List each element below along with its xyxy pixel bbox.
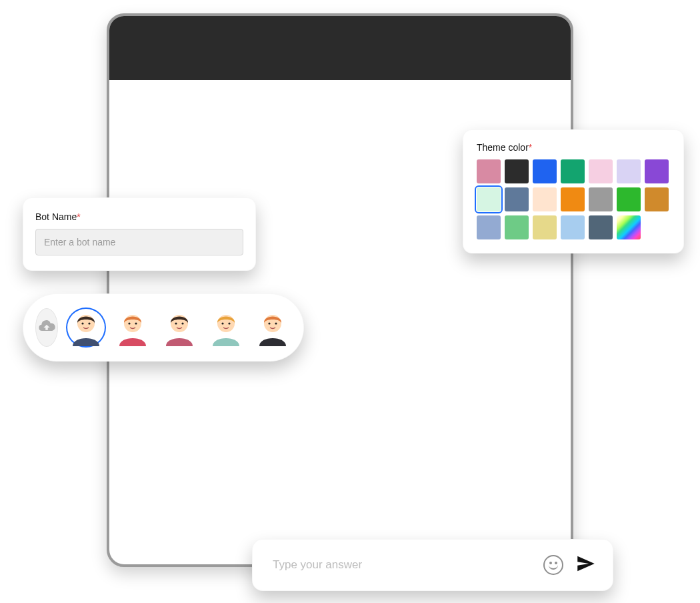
color-swatch[interactable] [645, 187, 669, 211]
svg-point-14 [275, 322, 277, 324]
svg-point-8 [181, 322, 183, 324]
answer-input-bar [252, 539, 613, 591]
svg-point-1 [81, 322, 83, 324]
color-swatch[interactable] [477, 187, 501, 211]
color-swatch[interactable] [589, 159, 613, 183]
color-swatch[interactable] [477, 215, 501, 239]
bot-name-card: Bot Name* [23, 197, 256, 271]
bot-name-label: Bot Name* [35, 211, 243, 222]
color-swatch[interactable] [645, 159, 669, 183]
required-asterisk: * [77, 211, 80, 222]
svg-point-13 [268, 322, 270, 324]
answer-input[interactable] [273, 558, 534, 572]
svg-point-2 [88, 322, 90, 324]
svg-point-7 [175, 322, 177, 324]
theme-color-card: Theme color* [463, 129, 684, 253]
svg-point-10 [221, 322, 223, 324]
theme-color-label-text: Theme color [477, 142, 529, 153]
color-swatch[interactable] [505, 187, 529, 211]
svg-point-4 [128, 322, 130, 324]
send-icon [575, 552, 597, 578]
avatar-option[interactable] [161, 309, 198, 346]
avatar-option[interactable] [254, 309, 291, 346]
svg-point-5 [135, 322, 137, 324]
upload-icon [37, 317, 56, 338]
bot-name-label-text: Bot Name [35, 211, 77, 222]
color-swatch[interactable] [533, 215, 557, 239]
color-swatch[interactable] [505, 159, 529, 183]
color-swatch[interactable] [561, 159, 585, 183]
required-asterisk: * [529, 142, 532, 153]
theme-color-label: Theme color* [477, 142, 670, 153]
color-swatch[interactable] [589, 187, 613, 211]
svg-point-11 [228, 322, 230, 324]
avatar-option[interactable] [207, 309, 245, 346]
emoji-button[interactable] [543, 555, 563, 575]
bot-name-input[interactable] [35, 229, 243, 255]
color-swatch[interactable] [561, 187, 585, 211]
color-swatch[interactable] [617, 187, 641, 211]
color-swatch[interactable] [477, 159, 501, 183]
avatar-picker-card [23, 293, 304, 362]
color-swatch[interactable] [533, 187, 557, 211]
color-swatch[interactable] [617, 159, 641, 183]
color-swatch[interactable] [561, 215, 585, 239]
chat-preview-header [109, 16, 571, 80]
color-swatch[interactable] [589, 215, 613, 239]
chat-preview-window [107, 13, 573, 567]
avatar-option[interactable] [67, 309, 105, 346]
upload-avatar-button[interactable] [35, 308, 58, 347]
send-button[interactable] [573, 552, 599, 578]
color-swatch[interactable] [533, 159, 557, 183]
avatar-option[interactable] [114, 309, 151, 346]
color-swatch[interactable] [505, 215, 529, 239]
color-swatch-custom[interactable] [617, 215, 641, 239]
